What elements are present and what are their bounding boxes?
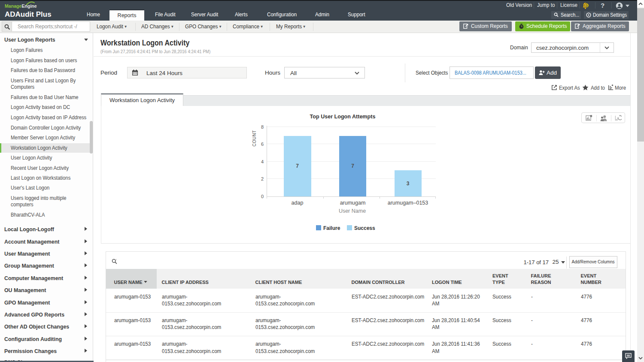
svg-text:0: 0 [586, 3, 588, 8]
